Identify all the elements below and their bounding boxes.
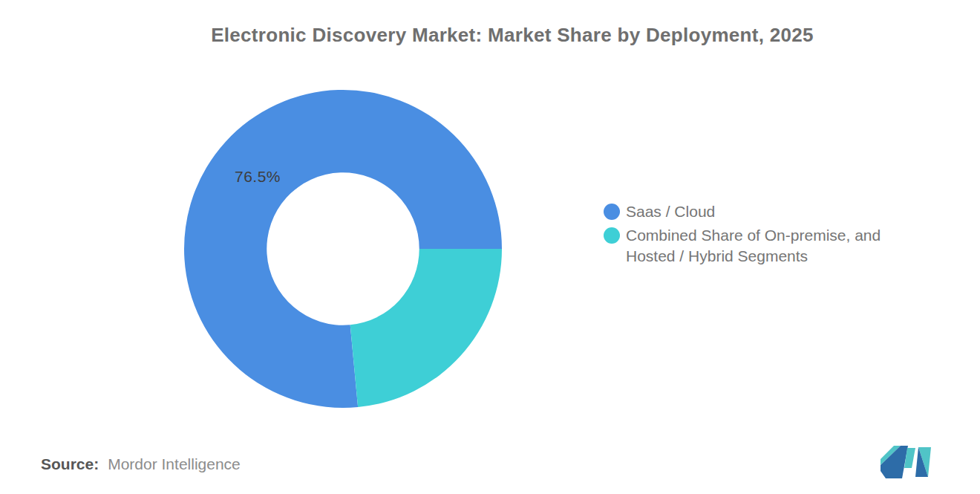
- chart-canvas: Electronic Discovery Market: Market Shar…: [0, 0, 980, 494]
- mordor-intelligence-logo: [881, 446, 931, 478]
- legend-item-onpremise-hosted-hybrid[interactable]: Combined Share of On-premise, and Hosted…: [604, 225, 881, 267]
- pie-slice-data-label: 76.5%: [235, 168, 281, 186]
- chart-legend: Saas / Cloud Combined Share of On-premis…: [604, 201, 881, 267]
- legend-item-label: Combined Share of On-premise, and Hosted…: [626, 225, 881, 267]
- legend-item-label: Saas / Cloud: [626, 201, 715, 222]
- legend-item-saas-cloud[interactable]: Saas / Cloud: [604, 201, 881, 222]
- legend-marker-icon: [604, 227, 620, 244]
- source-value: Mordor Intelligence: [108, 455, 241, 472]
- legend-marker-icon: [604, 204, 620, 220]
- donut-chart: [183, 88, 503, 409]
- pie-slice-1[interactable]: [350, 249, 502, 407]
- donut-chart-svg: [183, 88, 503, 409]
- source-label: Source:: [41, 455, 99, 472]
- chart-title: Electronic Discovery Market: Market Shar…: [45, 24, 980, 47]
- source-row: Source:Mordor Intelligence: [41, 455, 241, 473]
